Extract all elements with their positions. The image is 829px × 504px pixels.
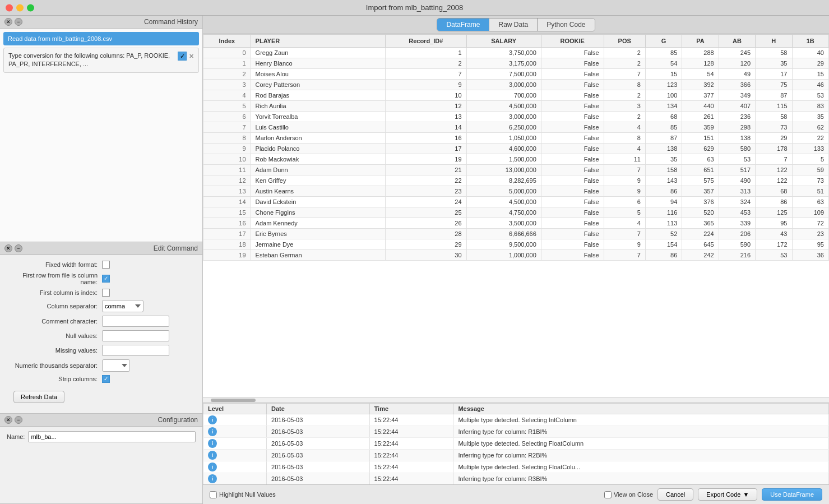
use-dataframe-button[interactable]: Use DataFrame	[762, 488, 822, 501]
edit-command-title: Edit Command	[154, 244, 198, 252]
table-row: 7 Luis Castillo 14 6,250,000 False 4 85 …	[203, 122, 829, 133]
view-on-close-checkbox[interactable]	[604, 491, 612, 498]
cell-record-id: 7	[386, 69, 467, 80]
first-column-index-checkbox[interactable]	[102, 289, 110, 297]
cell-pa: 288	[682, 48, 719, 58]
cell-rookie: False	[541, 122, 604, 133]
tab-rawdata[interactable]: Raw Data	[489, 19, 538, 31]
log-table: Level Date Time Message i 2016-05-03 15:…	[203, 403, 829, 484]
cell-rookie: False	[541, 186, 604, 197]
close-edit-panel-icon[interactable]: ✕	[4, 244, 12, 252]
view-on-close-label[interactable]: View on Close	[604, 491, 653, 498]
cell-1b: 36	[792, 250, 829, 261]
cell-ab: 138	[719, 133, 755, 144]
log-row: i 2016-05-03 15:22:44 Multiple type dete…	[203, 438, 829, 450]
command-reject-icon[interactable]: ✕	[189, 53, 194, 60]
log-table-container[interactable]: Level Date Time Message i 2016-05-03 15:…	[203, 403, 829, 484]
cell-pa: 128	[682, 58, 719, 69]
null-values-input[interactable]	[102, 330, 169, 341]
cell-1b: 22	[792, 133, 829, 144]
log-level-icon: i	[208, 474, 217, 483]
command-history-item-1[interactable]: Type conversion for the following column…	[3, 48, 199, 73]
cell-1b: 63	[792, 197, 829, 207]
refresh-data-button[interactable]: Refresh Data	[13, 391, 64, 403]
cell-player: Ken Griffey	[251, 175, 385, 186]
highlight-null-values-label[interactable]: Highlight Null Values	[210, 491, 276, 498]
strip-columns-checkbox[interactable]	[102, 375, 110, 383]
cell-ab: 517	[719, 165, 755, 175]
cell-pa: 242	[682, 250, 719, 261]
minimize-button[interactable]	[16, 4, 24, 11]
view-on-close-text: View on Close	[614, 491, 653, 498]
column-separator-select[interactable]: comma tab semicolon space	[102, 300, 143, 312]
cell-rookie: False	[541, 80, 604, 90]
cell-h: 122	[756, 165, 792, 175]
cell-pa: 224	[682, 229, 719, 239]
log-cell-message: Inferring type for column: R2BI%	[453, 450, 829, 461]
close-button[interactable]	[6, 4, 13, 11]
data-table-container[interactable]: Index PLAYER Record_ID# SALARY ROOKIE PO…	[203, 34, 829, 397]
cell-record-id: 17	[386, 144, 467, 154]
bottom-bar: Highlight Null Values View on Close Canc…	[203, 484, 829, 504]
command-accept-icon[interactable]: ✓	[178, 52, 187, 61]
command-history-item-0[interactable]: Read data from mlb_batting_2008.csv	[3, 32, 199, 45]
cell-record-id: 25	[386, 207, 467, 218]
cell-ab: 206	[719, 229, 755, 239]
cell-h: 17	[756, 69, 792, 80]
maximize-button[interactable]	[27, 4, 34, 11]
highlight-null-values-checkbox[interactable]	[210, 491, 217, 498]
command-history-item-0-text: Read data from mlb_batting_2008.csv	[8, 35, 112, 42]
comment-character-row: Comment character:	[7, 316, 196, 327]
cell-pa: 575	[682, 175, 719, 186]
cancel-button[interactable]: Cancel	[657, 488, 693, 501]
cell-1b: 95	[792, 239, 829, 250]
cell-ab: 216	[719, 250, 755, 261]
cell-1b: 109	[792, 207, 829, 218]
cell-record-id: 10	[386, 90, 467, 101]
missing-values-input[interactable]	[102, 345, 169, 356]
table-row: 12 Ken Griffey 22 8,282,695 False 9 143 …	[203, 175, 829, 186]
cell-index: 10	[203, 154, 251, 165]
fixed-width-checkbox[interactable]	[102, 261, 110, 269]
collapse-panel-icon[interactable]: −	[15, 18, 22, 26]
first-row-column-checkbox[interactable]	[102, 275, 110, 283]
table-row: 6 Yorvit Torrealba 13 3,000,000 False 2 …	[203, 112, 829, 122]
close-panel-icon[interactable]: ✕	[4, 18, 12, 26]
cell-index: 5	[203, 101, 251, 112]
log-cell-time: 15:22:44	[369, 414, 453, 426]
table-row: 1 Henry Blanco 2 3,175,000 False 2 54 12…	[203, 58, 829, 69]
cell-1b: 46	[792, 80, 829, 90]
cell-1b: 53	[792, 90, 829, 101]
horizontal-scrollbar[interactable]	[203, 397, 829, 403]
cell-g: 143	[645, 175, 682, 186]
tab-pythoncode[interactable]: Python Code	[538, 19, 594, 31]
cell-rookie: False	[541, 154, 604, 165]
cell-rookie: False	[541, 90, 604, 101]
collapse-config-panel-icon[interactable]: −	[15, 416, 22, 424]
config-name-input[interactable]	[28, 431, 196, 442]
export-code-button[interactable]: Export Code ▼	[698, 488, 757, 501]
cell-index: 4	[203, 90, 251, 101]
table-row: 10 Rob Mackowiak 19 1,500,000 False 11 3…	[203, 154, 829, 165]
column-separator-label: Column separator:	[7, 303, 102, 309]
cell-pos: 9	[604, 239, 645, 250]
comment-character-input[interactable]	[102, 316, 169, 327]
table-row: 4 Rod Barajas 10 700,000 False 2 100 377…	[203, 90, 829, 101]
cell-g: 86	[645, 250, 682, 261]
export-code-label: Export Code	[706, 491, 740, 498]
collapse-edit-panel-icon[interactable]: −	[15, 244, 22, 252]
cell-1b: 73	[792, 175, 829, 186]
numeric-thousands-select[interactable]	[102, 359, 130, 372]
first-row-column-row: First row from file is column name:	[7, 272, 196, 285]
cell-record-id: 22	[386, 175, 467, 186]
close-config-panel-icon[interactable]: ✕	[4, 416, 12, 424]
cell-h: 75	[756, 80, 792, 90]
config-name-label: Name:	[7, 433, 25, 440]
cell-rookie: False	[541, 175, 604, 186]
tab-dataframe[interactable]: DataFrame	[437, 19, 489, 31]
cell-index: 18	[203, 239, 251, 250]
scrollbar-thumb[interactable]	[211, 399, 256, 402]
table-row: 2 Moises Alou 7 7,500,000 False 7 15 54 …	[203, 69, 829, 80]
table-row: 8 Marlon Anderson 16 1,050,000 False 8 8…	[203, 133, 829, 144]
cell-index: 12	[203, 175, 251, 186]
